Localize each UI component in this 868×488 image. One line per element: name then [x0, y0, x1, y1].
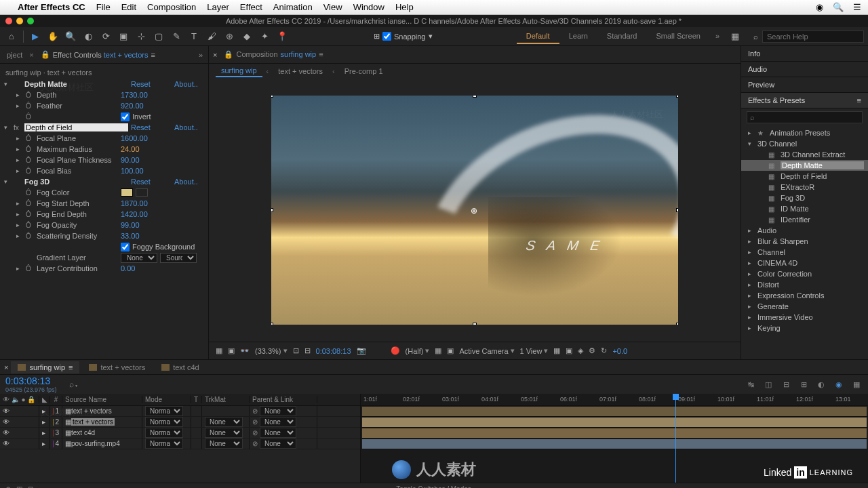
bc-surfing-wip[interactable]: surfing wip	[216, 65, 262, 77]
gradient-source-dropdown[interactable]: Source	[160, 253, 197, 263]
shape-tool-icon[interactable]: ▢	[151, 29, 166, 44]
workspace-small-screen[interactable]: Small Screen	[646, 29, 709, 44]
grids-icon[interactable]: ▣	[228, 346, 235, 355]
prop-value[interactable]: 24.00	[121, 145, 140, 153]
stopwatch-icon[interactable]: Ô	[26, 102, 34, 110]
zoom-dropdown[interactable]: (33.3%)	[255, 346, 288, 355]
reset-link[interactable]: Reset	[131, 123, 172, 131]
timeline-layer-row[interactable]: 👁▸2▦ text + vectorsNormalNone⊘None	[0, 417, 360, 428]
viewer[interactable]: S A M E ⊕	[209, 79, 741, 342]
menu-effect[interactable]: Effect	[240, 2, 262, 12]
camera-tool-icon[interactable]: ▣	[116, 29, 131, 44]
fx-group-depth-of-field[interactable]: Depth of Field	[24, 123, 128, 131]
zoom-window-icon[interactable]	[27, 18, 34, 24]
flowchart-icon[interactable]: ⚙	[589, 346, 595, 355]
twirl-icon[interactable]: ▾	[4, 81, 11, 87]
stopwatch-icon[interactable]: Ô	[26, 135, 34, 142]
foggy-bg-checkbox[interactable]	[121, 243, 130, 251]
preset-row[interactable]: ▦3D Channel Extract	[741, 149, 868, 160]
snap-chevron-icon[interactable]: ▾	[429, 32, 433, 41]
about-link[interactable]: About..	[174, 123, 204, 131]
preset-row[interactable]: ▸CINEMA 4D	[741, 258, 868, 268]
fx-toggle-icon[interactable]: fx	[14, 124, 22, 131]
bc-precomp[interactable]: Pre-comp 1	[339, 66, 389, 77]
timeline-tab-text-vectors[interactable]: text + vectors	[82, 361, 152, 373]
preset-row[interactable]: ▸Keying	[741, 323, 868, 333]
panel-menu-icon[interactable]: ≡	[151, 51, 155, 59]
close-tab-icon[interactable]: ×	[4, 363, 8, 371]
audio-panel-header[interactable]: Audio	[741, 62, 868, 77]
selection-handle[interactable]	[676, 208, 678, 212]
selection-handle[interactable]	[676, 323, 678, 325]
stopwatch-icon[interactable]: Ô	[26, 211, 34, 218]
panel-menu-icon[interactable]: ≡	[857, 96, 861, 104]
playhead[interactable]	[675, 394, 676, 483]
res-auto-icon[interactable]: ⊡	[293, 346, 299, 355]
draft3d-icon[interactable]: ◫	[762, 378, 774, 390]
zoom-out-icon[interactable]: —	[834, 485, 841, 488]
rotation-tool-icon[interactable]: ⟳	[98, 29, 113, 44]
preset-row[interactable]: ▦Fog 3D	[741, 192, 868, 203]
stopwatch-icon[interactable]: Ô	[26, 146, 34, 153]
preset-row[interactable]: ▸Distort	[741, 279, 868, 290]
roto-tool-icon[interactable]: ✦	[257, 29, 272, 44]
snapping-checkbox[interactable]	[382, 32, 391, 41]
motion-blur-icon[interactable]: ◐	[815, 378, 827, 390]
timeline-icon[interactable]: ◈	[578, 346, 583, 355]
view-dropdown[interactable]: 1 View	[520, 346, 549, 355]
hand-tool-icon[interactable]: ✋	[45, 29, 60, 44]
panel-menu-icon[interactable]: ≡	[319, 50, 323, 59]
workspace-panel-icon[interactable]: ▦	[728, 29, 743, 44]
zoom-slider[interactable]: ━━━━	[846, 485, 863, 488]
twirl-icon[interactable]: ▾	[4, 178, 11, 185]
tl-foot-icon[interactable]: ⊕	[5, 485, 11, 488]
preset-row[interactable]: ▦IDentifier	[741, 214, 868, 225]
reset-link[interactable]: Reset	[131, 80, 172, 88]
spotlight-icon[interactable]: 🔍	[833, 2, 844, 12]
timeline-layer-row[interactable]: 👁▸4▦ pov-surfing.mp4NormalNone⊘None	[0, 439, 360, 449]
stopwatch-icon[interactable]: Ô	[26, 232, 34, 240]
prop-value[interactable]: 0.00	[121, 264, 135, 272]
selection-handle[interactable]	[271, 96, 273, 98]
effects-search-input[interactable]	[747, 111, 863, 123]
timeline-layer-row[interactable]: 👁▸3▦ text c4dNormalNone⊘None	[0, 428, 360, 439]
fx-group-fog3d[interactable]: Fog 3D	[24, 178, 128, 186]
toggle-switches-modes[interactable]: Toggle Switches / Modes	[396, 485, 471, 488]
stopwatch-icon[interactable]: Ô	[26, 189, 34, 197]
orbit-tool-icon[interactable]: ◐	[81, 29, 96, 44]
snapshot-icon[interactable]: 📷	[357, 346, 366, 355]
tl-foot-icon[interactable]: ◫	[16, 485, 22, 488]
home-icon[interactable]: ⌂	[4, 29, 19, 44]
panel-menu-icon[interactable]: ≡	[68, 363, 73, 371]
preset-row[interactable]: ▸Expression Controls	[741, 290, 868, 301]
stopwatch-icon[interactable]: Ô	[26, 200, 34, 207]
menu-view[interactable]: View	[323, 2, 342, 12]
graph-editor-icon[interactable]: ◉	[833, 378, 845, 390]
preset-row[interactable]: ▸Generate	[741, 301, 868, 312]
effect-controls-tab[interactable]: 🔒 Effect Controls text + vectors ≡	[37, 47, 159, 62]
stopwatch-icon[interactable]: Ô	[26, 113, 34, 121]
menu-file[interactable]: File	[96, 2, 111, 12]
workspace-standard[interactable]: Standard	[597, 29, 647, 44]
roi-icon[interactable]: ⊟	[304, 346, 311, 355]
pen-tool-icon[interactable]: ✎	[169, 29, 184, 44]
zoom-tool-icon[interactable]: 🔍	[63, 29, 78, 44]
invert-checkbox[interactable]	[121, 113, 130, 121]
menu-layer[interactable]: Layer	[207, 2, 229, 12]
transparency-icon[interactable]: ▦	[435, 346, 441, 355]
resolution-dropdown[interactable]: (Half)	[406, 346, 430, 355]
menu-window[interactable]: Window	[353, 2, 384, 12]
eyedropper-icon[interactable]	[136, 188, 148, 197]
workspace-default[interactable]: Default	[517, 29, 559, 44]
stopwatch-icon[interactable]: Ô	[26, 167, 34, 175]
puppet-tool-icon[interactable]: 📍	[275, 29, 290, 44]
preset-row[interactable]: ▦ID Matte	[741, 203, 868, 214]
search-help-input[interactable]	[762, 30, 864, 43]
workspace-learn[interactable]: Learn	[559, 29, 597, 44]
lock-icon[interactable]: 🔒	[224, 50, 233, 59]
twirl-icon[interactable]: ▾	[4, 124, 11, 131]
info-panel-header[interactable]: Info	[741, 46, 868, 62]
cc-icon[interactable]: ◉	[816, 2, 823, 12]
current-time[interactable]: 0:03:08:13	[316, 347, 351, 355]
prop-value[interactable]: 1600.00	[121, 134, 148, 142]
